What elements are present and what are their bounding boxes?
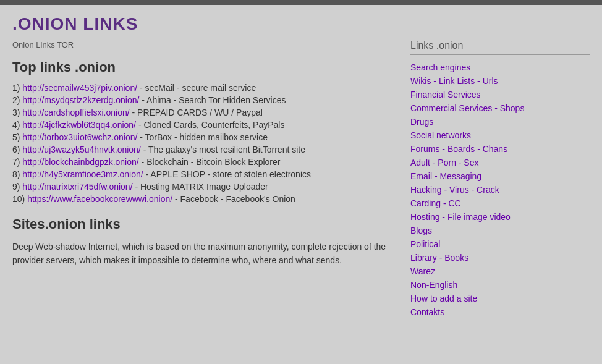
- top-bar: [0, 0, 602, 5]
- link-number: 3): [12, 108, 22, 117]
- right-nav-link[interactable]: How to add a site: [410, 294, 477, 303]
- top-links-title: Top links .onion: [12, 59, 398, 75]
- list-item: 10) https://www.facebookcorewwwi.onion/ …: [12, 194, 398, 204]
- right-nav-link[interactable]: Hosting - File image video: [410, 212, 511, 222]
- right-nav-link[interactable]: Commercial Services - Shops: [410, 103, 524, 113]
- onion-link[interactable]: http://matrixtxri745dfw.onion/: [22, 182, 132, 192]
- main-container: Onion Links TOR Top links .onion 1) http…: [0, 40, 602, 321]
- link-number: 8): [12, 169, 22, 179]
- list-item: Commercial Services - Shops: [410, 103, 590, 113]
- right-nav-link[interactable]: Contakts: [410, 307, 444, 317]
- onion-link[interactable]: http://blockchainbdgpzk.onion/: [22, 157, 138, 167]
- right-nav-link[interactable]: Warez: [410, 266, 435, 276]
- list-item: Email - Messaging: [410, 171, 590, 181]
- link-number: 1): [12, 83, 22, 93]
- list-item: Social networks: [410, 130, 590, 140]
- list-item: Forums - Boards - Chans: [410, 144, 590, 154]
- left-panel: Onion Links TOR Top links .onion 1) http…: [12, 40, 398, 321]
- list-item: Non-English: [410, 280, 590, 290]
- right-nav-link[interactable]: Adult - Porn - Sex: [410, 158, 479, 167]
- page-title: .ONION LINKS: [12, 14, 590, 34]
- list-item: Blogs: [410, 226, 590, 235]
- list-item: Contakts: [410, 307, 590, 317]
- link-number: 4): [12, 120, 22, 130]
- list-item: Warez: [410, 266, 590, 276]
- left-section-header: Onion Links TOR: [12, 40, 398, 53]
- link-description: - The galaxy's most resilient BitTorrent…: [141, 145, 305, 154]
- link-number: 10): [12, 194, 27, 204]
- link-description: - APPLE SHOP - store of stolen electroni…: [143, 169, 311, 179]
- right-nav-link[interactable]: Library - Books: [410, 253, 468, 263]
- list-item: Carding - CC: [410, 198, 590, 208]
- right-nav-link[interactable]: Social networks: [410, 130, 471, 140]
- link-number: 9): [12, 182, 22, 192]
- right-nav-link[interactable]: Blogs: [410, 226, 432, 235]
- list-item: 1) http://secmailw453j7piv.onion/ - secM…: [12, 83, 398, 93]
- list-item: 6) http://uj3wazyk5u4hnvtk.onion/ - The …: [12, 145, 398, 154]
- onion-link[interactable]: http://msydqstlz2kzerdg.onion/: [22, 95, 139, 105]
- list-item: 3) http://cardshopffielsxi.onion/ - PREP…: [12, 108, 398, 117]
- link-description: - Hosting MATRIX Image Uploader: [133, 182, 268, 192]
- link-description: - Blockchain - Bitcoin Block Explorer: [139, 157, 281, 167]
- link-description: - secMail - secure mail service: [137, 83, 256, 93]
- right-nav-link[interactable]: Non-English: [410, 280, 457, 290]
- list-item: Drugs: [410, 117, 590, 127]
- list-item: 2) http://msydqstlz2kzerdg.onion/ - Ahim…: [12, 95, 398, 105]
- list-item: Hacking - Virus - Crack: [410, 185, 590, 195]
- onion-link[interactable]: http://4jcfkzkwbl6t3qq4.onion/: [22, 120, 136, 130]
- list-item: Financial Services: [410, 90, 590, 99]
- list-item: Adult - Porn - Sex: [410, 158, 590, 167]
- list-item: Library - Books: [410, 253, 590, 263]
- right-nav-link[interactable]: Carding - CC: [410, 198, 461, 208]
- list-item: 8) http://h4y5xramfiooe3mz.onion/ - APPL…: [12, 169, 398, 179]
- list-item: Search engines: [410, 62, 590, 72]
- link-description: - Cloned Cards, Counterfeits, PayPals: [136, 120, 284, 130]
- list-item: 4) http://4jcfkzkwbl6t3qq4.onion/ - Clon…: [12, 120, 398, 130]
- onion-link[interactable]: https://www.facebookcorewwwi.onion/: [27, 194, 172, 204]
- top-links-list: 1) http://secmailw453j7piv.onion/ - secM…: [12, 83, 398, 204]
- list-item: 5) http://torbox3uiot6wchz.onion/ - TorB…: [12, 132, 398, 142]
- sites-section-title: Sites.onion links: [12, 216, 398, 232]
- right-panel-header: Links .onion: [410, 40, 590, 55]
- list-item: 9) http://matrixtxri745dfw.onion/ - Host…: [12, 182, 398, 192]
- link-number: 7): [12, 157, 22, 167]
- link-number: 6): [12, 145, 22, 154]
- right-panel: Links .onion Search enginesWikis - Link …: [410, 40, 590, 321]
- list-item: Hosting - File image video: [410, 212, 590, 222]
- right-links-list: Search enginesWikis - Link Lists - UrlsF…: [410, 62, 590, 317]
- right-nav-link[interactable]: Hacking - Virus - Crack: [410, 185, 499, 195]
- link-description: - Facebook - Facebook's Onion: [172, 194, 295, 204]
- list-item: 7) http://blockchainbdgpzk.onion/ - Bloc…: [12, 157, 398, 167]
- right-nav-link[interactable]: Forums - Boards - Chans: [410, 144, 507, 154]
- onion-link[interactable]: http://secmailw453j7piv.onion/: [22, 83, 137, 93]
- link-number: 5): [12, 132, 22, 142]
- onion-link[interactable]: http://h4y5xramfiooe3mz.onion/: [22, 169, 143, 179]
- page-title-section: .ONION LINKS: [0, 5, 602, 40]
- right-nav-link[interactable]: Wikis - Link Lists - Urls: [410, 76, 498, 86]
- right-nav-link[interactable]: Financial Services: [410, 90, 481, 99]
- onion-link[interactable]: http://uj3wazyk5u4hnvtk.onion/: [22, 145, 140, 154]
- right-nav-link[interactable]: Search engines: [410, 62, 470, 72]
- right-nav-link[interactable]: Email - Messaging: [410, 171, 481, 181]
- onion-link[interactable]: http://cardshopffielsxi.onion/: [22, 108, 129, 117]
- list-item: Wikis - Link Lists - Urls: [410, 76, 590, 86]
- description-text-1: Deep Web-shadow Internet, which is based…: [12, 240, 398, 268]
- right-nav-link[interactable]: Political: [410, 239, 440, 249]
- list-item: Political: [410, 239, 590, 249]
- right-nav-link[interactable]: Drugs: [410, 117, 433, 127]
- list-item: How to add a site: [410, 294, 590, 303]
- link-number: 2): [12, 95, 22, 105]
- link-description: - Ahima - Search Tor Hidden Services: [139, 95, 286, 105]
- onion-link[interactable]: http://torbox3uiot6wchz.onion/: [22, 132, 137, 142]
- link-description: - PREPAID CARDS / WU / Paypal: [130, 108, 263, 117]
- link-description: - TorBox - hidden mailbox service: [137, 132, 268, 142]
